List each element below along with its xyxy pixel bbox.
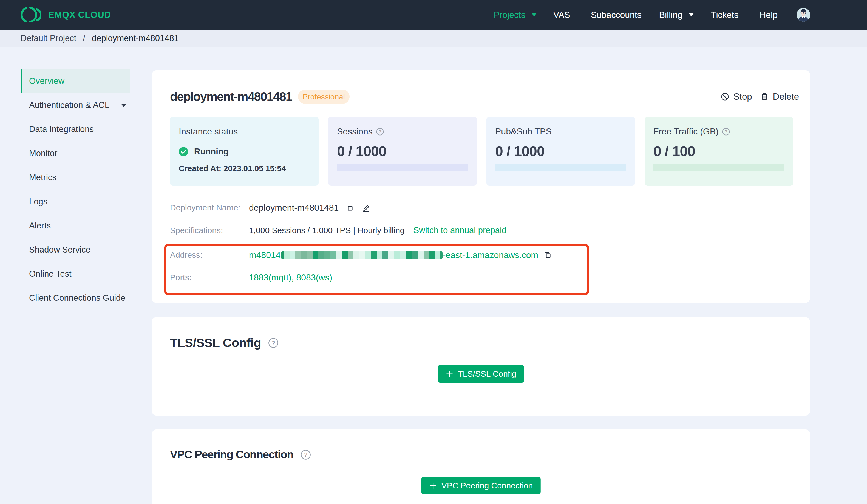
svg-text:?: ?: [304, 451, 307, 458]
svg-text:?: ?: [725, 129, 727, 134]
svg-text:?: ?: [379, 129, 381, 134]
svg-text:?: ?: [272, 340, 275, 347]
